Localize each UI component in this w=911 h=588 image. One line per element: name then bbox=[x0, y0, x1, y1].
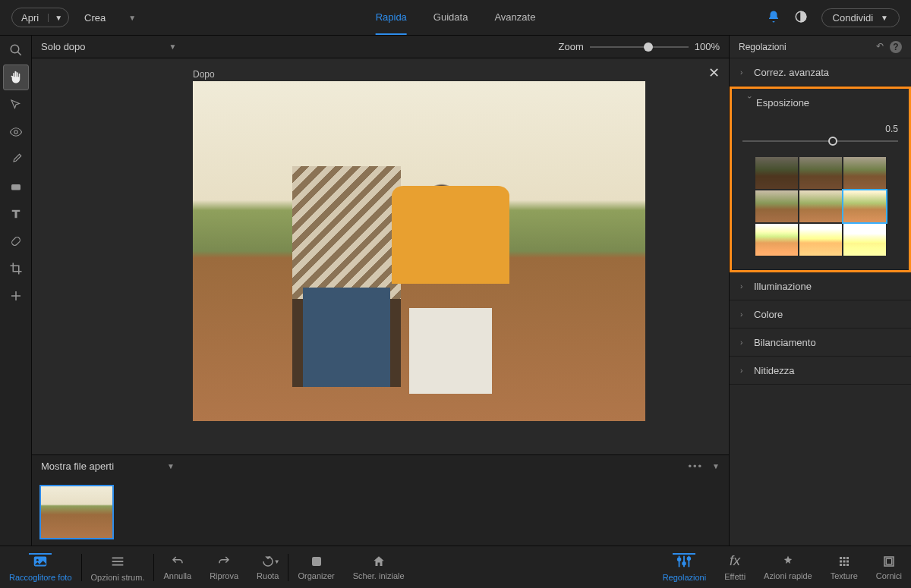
accordion-lighting[interactable]: ›Illuminazione bbox=[730, 272, 911, 300]
text-tool[interactable] bbox=[3, 201, 29, 227]
chevron-right-icon: › bbox=[740, 310, 754, 319]
close-icon[interactable]: ✕ bbox=[708, 64, 720, 81]
exposure-preset-5[interactable] bbox=[799, 190, 842, 222]
svg-rect-21 bbox=[843, 557, 845, 559]
accordion-sharpness[interactable]: ›Nitidezza bbox=[730, 357, 911, 384]
crop-tool[interactable] bbox=[3, 256, 29, 281]
svg-rect-13 bbox=[312, 557, 321, 566]
file-thumbnail[interactable] bbox=[39, 485, 114, 539]
exposure-preset-3[interactable] bbox=[843, 157, 886, 189]
svg-point-19 bbox=[688, 557, 691, 560]
create-button[interactable]: Crea ▼ bbox=[84, 12, 136, 24]
files-chevron-icon[interactable]: ▼ bbox=[712, 462, 720, 470]
svg-rect-23 bbox=[840, 560, 842, 562]
exposure-preset-1[interactable] bbox=[755, 157, 798, 189]
undo-label: Annulla bbox=[163, 571, 191, 580]
show-open-files[interactable]: Mostra file aperti bbox=[41, 461, 114, 472]
zoom-value: 100% bbox=[695, 41, 720, 52]
eye-tool[interactable] bbox=[3, 119, 29, 145]
svg-rect-4 bbox=[11, 184, 20, 190]
exposure-preset-6[interactable] bbox=[843, 190, 886, 222]
svg-rect-25 bbox=[846, 560, 849, 562]
panel-title: Regolazioni bbox=[739, 42, 786, 52]
reset-icon[interactable]: ↶ bbox=[876, 41, 884, 53]
rotate-button[interactable]: Ruota▼ bbox=[247, 546, 288, 588]
svg-rect-22 bbox=[846, 557, 849, 559]
adjustments-button[interactable]: Regolazioni bbox=[654, 546, 715, 588]
photo-bin-button[interactable]: Raccoglitore foto bbox=[0, 546, 81, 588]
view-mode-dropdown-icon[interactable]: ▼ bbox=[169, 42, 177, 51]
svg-rect-28 bbox=[846, 564, 849, 566]
tab-rapida[interactable]: Rapida bbox=[376, 1, 407, 35]
zoom-slider-knob[interactable] bbox=[644, 42, 653, 52]
svg-point-1 bbox=[11, 45, 19, 53]
exposure-preset-9[interactable] bbox=[843, 224, 886, 256]
canvas-after-label: Dopo bbox=[193, 69, 215, 80]
brush-tool[interactable] bbox=[3, 146, 29, 172]
tab-avanzate[interactable]: Avanzate bbox=[494, 1, 535, 35]
home-label: Scher. iniziale bbox=[353, 571, 405, 580]
files-more-icon[interactable]: ••• bbox=[688, 461, 703, 472]
view-mode-select[interactable]: Solo dopo bbox=[41, 41, 86, 52]
files-dropdown-icon[interactable]: ▼ bbox=[167, 462, 175, 470]
home-button[interactable]: Scher. iniziale bbox=[344, 546, 414, 588]
svg-point-3 bbox=[14, 130, 17, 134]
svg-rect-24 bbox=[843, 560, 845, 562]
chevron-right-icon: › bbox=[740, 282, 754, 291]
effects-button[interactable]: fxEffetti bbox=[715, 546, 755, 588]
share-button[interactable]: Condividi ▼ bbox=[821, 8, 900, 27]
undo-button[interactable]: Annulla bbox=[154, 546, 200, 588]
accordion-balance[interactable]: ›Bilanciamento bbox=[730, 329, 911, 356]
organizer-button[interactable]: Organizer bbox=[288, 546, 343, 588]
adjustments-label: Regolazioni bbox=[663, 573, 706, 582]
svg-line-2 bbox=[17, 52, 21, 55]
canvas-area: ✕ Dopo bbox=[32, 58, 729, 454]
notification-icon[interactable] bbox=[767, 10, 780, 26]
create-dropdown-icon: ▼ bbox=[128, 14, 136, 22]
selection-tool[interactable] bbox=[3, 92, 29, 118]
svg-rect-20 bbox=[840, 557, 842, 559]
redo-label: Riprova bbox=[210, 571, 238, 580]
move-tool[interactable] bbox=[3, 283, 29, 309]
exposure-slider-knob[interactable] bbox=[828, 137, 837, 146]
texture-button[interactable]: Texture bbox=[821, 546, 867, 588]
accordion-color[interactable]: ›Colore bbox=[730, 300, 911, 328]
tab-guidata[interactable]: Guidata bbox=[433, 1, 468, 35]
help-icon[interactable]: ? bbox=[890, 41, 902, 53]
zoom-tool[interactable] bbox=[3, 37, 29, 63]
tool-options-label: Opzioni strum. bbox=[91, 573, 145, 582]
whiten-tool[interactable] bbox=[3, 174, 29, 200]
contrast-icon[interactable] bbox=[794, 10, 808, 26]
frames-button[interactable]: Cornici bbox=[867, 546, 911, 588]
chevron-down-icon: › bbox=[746, 96, 754, 109]
heal-tool[interactable] bbox=[3, 228, 29, 254]
accordion-smart-correction[interactable]: › Correz. avanzata bbox=[730, 58, 911, 86]
exposure-preset-7[interactable] bbox=[755, 224, 798, 256]
zoom-label: Zoom bbox=[559, 41, 584, 52]
lighting-label: Illuminazione bbox=[754, 281, 812, 292]
exposure-slider[interactable] bbox=[742, 140, 898, 142]
quick-actions-button[interactable]: Azioni rapide bbox=[755, 546, 821, 588]
svg-rect-5 bbox=[11, 236, 21, 247]
open-button[interactable]: Apri ▼ bbox=[11, 8, 69, 27]
hand-tool[interactable] bbox=[3, 64, 29, 90]
zoom-slider[interactable] bbox=[590, 46, 689, 48]
svg-point-9 bbox=[36, 558, 39, 561]
svg-point-17 bbox=[683, 561, 686, 564]
quick-actions-label: Azioni rapide bbox=[764, 571, 812, 580]
canvas-image[interactable] bbox=[193, 81, 645, 421]
redo-button[interactable]: Riprova bbox=[200, 546, 247, 588]
svg-point-15 bbox=[678, 558, 681, 561]
svg-rect-30 bbox=[886, 558, 892, 564]
share-dropdown-icon: ▼ bbox=[881, 14, 888, 22]
effects-label: Effetti bbox=[724, 572, 746, 581]
open-dropdown-icon[interactable]: ▼ bbox=[48, 14, 68, 22]
exposure-preset-2[interactable] bbox=[799, 157, 842, 189]
exposure-preset-8[interactable] bbox=[799, 224, 842, 256]
exposure-preset-4[interactable] bbox=[755, 190, 798, 222]
accordion-exposure[interactable]: › Esposizione bbox=[732, 89, 909, 116]
tool-options-button[interactable]: Opzioni strum. bbox=[82, 546, 154, 588]
texture-label: Texture bbox=[831, 571, 858, 580]
sharpness-label: Nitidezza bbox=[754, 365, 794, 376]
open-label: Apri bbox=[12, 12, 48, 24]
